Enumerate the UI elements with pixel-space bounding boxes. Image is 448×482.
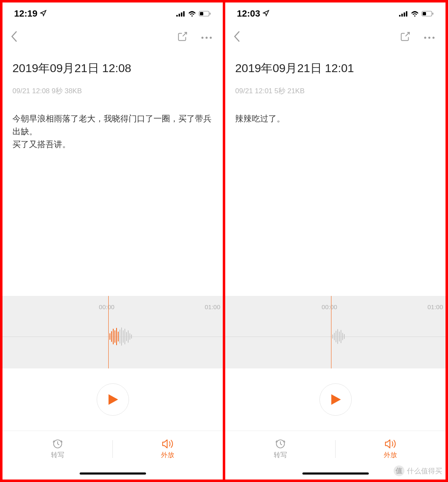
speaker-label: 外放 xyxy=(161,451,174,460)
battery-icon xyxy=(421,8,434,19)
status-time: 12:03 xyxy=(237,8,260,19)
waveform-area[interactable]: 00:00 01:00 xyxy=(2,296,223,368)
cellular-icon xyxy=(399,8,408,19)
status-bar: 12:19 xyxy=(2,2,223,23)
bottom-toolbar: 转写 外放 xyxy=(225,431,446,467)
svg-rect-13 xyxy=(404,12,405,17)
back-icon[interactable] xyxy=(11,31,17,44)
recording-title: 2019年09月21日 12:08 xyxy=(12,61,213,76)
timeline-start: 00:00 xyxy=(321,303,337,310)
location-icon xyxy=(40,8,46,19)
nav-bar xyxy=(2,23,223,51)
battery-icon xyxy=(199,8,211,19)
bottom-toolbar: 转写 外放 xyxy=(2,431,223,467)
svg-rect-0 xyxy=(176,15,178,17)
status-time: 12:19 xyxy=(14,8,37,19)
play-icon xyxy=(107,393,119,406)
transcript-text: 今朝早浪相雨落了老大，我晓得门口了一圈，买了带兵出缺。 买了又搭吾讲。 xyxy=(2,112,223,296)
home-indicator[interactable] xyxy=(2,467,223,480)
cellular-icon xyxy=(176,8,185,19)
transcribe-icon xyxy=(52,438,63,449)
transcribe-button[interactable]: 转写 xyxy=(225,431,336,467)
transcribe-label: 转写 xyxy=(274,451,287,460)
svg-rect-5 xyxy=(200,12,203,15)
transcribe-button[interactable]: 转写 xyxy=(2,431,113,467)
wifi-icon xyxy=(188,8,196,19)
transcribe-label: 转写 xyxy=(51,451,64,460)
speaker-button[interactable]: 外放 xyxy=(113,431,223,467)
status-bar: 12:03 xyxy=(225,2,446,23)
share-icon[interactable] xyxy=(177,31,188,44)
recording-title: 2019年09月21日 12:01 xyxy=(235,61,436,76)
svg-rect-16 xyxy=(423,12,426,15)
home-indicator[interactable] xyxy=(225,467,446,480)
svg-rect-17 xyxy=(433,13,433,15)
wifi-icon xyxy=(411,8,419,19)
more-icon[interactable] xyxy=(423,34,436,41)
screen-right: 12:03 xyxy=(225,2,446,480)
svg-point-20 xyxy=(433,37,435,39)
svg-point-18 xyxy=(424,37,426,39)
svg-rect-14 xyxy=(406,11,408,17)
play-button[interactable] xyxy=(97,383,129,416)
svg-rect-2 xyxy=(181,12,183,17)
svg-point-19 xyxy=(429,37,431,39)
recording-meta: 09/21 12:01 5秒 21KB xyxy=(235,86,436,96)
speaker-icon xyxy=(162,438,173,449)
screen-left: 12:19 xyxy=(2,2,223,480)
share-icon[interactable] xyxy=(400,31,411,44)
svg-rect-1 xyxy=(179,14,180,17)
recording-meta: 09/21 12:08 9秒 38KB xyxy=(12,86,213,96)
svg-rect-6 xyxy=(210,13,211,15)
speaker-button[interactable]: 外放 xyxy=(336,431,446,467)
waveform-area[interactable]: 00:00 01:00 xyxy=(225,296,446,368)
speaker-icon xyxy=(385,438,396,449)
play-button[interactable] xyxy=(319,383,352,416)
svg-rect-12 xyxy=(402,14,403,17)
transcribe-icon xyxy=(275,438,286,449)
timeline-end: 01:00 xyxy=(427,303,443,310)
svg-rect-11 xyxy=(399,15,401,17)
timeline-end: 01:00 xyxy=(205,303,220,310)
back-icon[interactable] xyxy=(234,31,240,44)
speaker-label: 外放 xyxy=(384,451,397,460)
more-icon[interactable] xyxy=(200,34,213,41)
nav-bar xyxy=(225,23,446,51)
svg-point-7 xyxy=(202,37,204,39)
svg-rect-3 xyxy=(183,11,185,17)
transcript-text: 辣辣吃过了。 xyxy=(225,112,446,296)
waveform-bars xyxy=(108,327,132,346)
timeline-start: 00:00 xyxy=(99,303,114,310)
waveform-bars xyxy=(331,329,345,344)
location-icon xyxy=(263,8,269,19)
svg-point-8 xyxy=(206,37,208,39)
play-icon xyxy=(330,393,341,406)
svg-point-9 xyxy=(210,37,212,39)
